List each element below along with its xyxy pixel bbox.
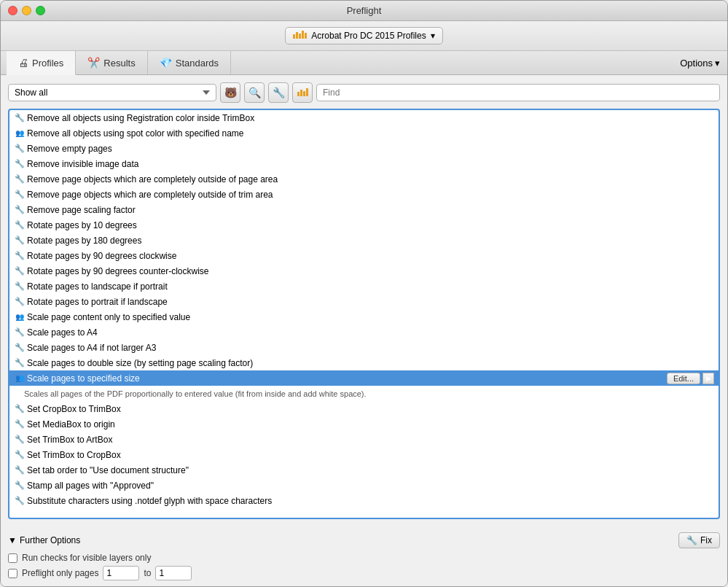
wrench-item-icon: 🔧 xyxy=(14,434,26,446)
list-item-text: Remove all objects using Registration co… xyxy=(27,113,254,123)
fix-button[interactable]: 🔧 Fix xyxy=(678,532,720,548)
bear-icon-button[interactable]: 🐻 xyxy=(220,82,240,103)
list-item-text: Rotate pages by 10 degrees xyxy=(27,220,137,230)
options-arrow-icon: ▾ xyxy=(715,58,720,69)
visible-layers-row: Run checks for visible layers only xyxy=(8,553,720,563)
list-item[interactable]: 🔧Remove page scaling factor xyxy=(9,202,719,217)
list-item[interactable]: 🔧Scale pages to A4 if not larger A3 xyxy=(9,340,719,355)
list-item-text: Scale page content only to specified val… xyxy=(27,312,190,322)
list-item[interactable]: 🔧Rotate pages by 10 degrees xyxy=(9,217,719,233)
results-tab-label: Results xyxy=(103,58,135,69)
list-item[interactable]: 🔧Rotate pages by 180 degrees xyxy=(9,233,719,248)
wrench-item-icon: 🔧 xyxy=(14,265,26,277)
description-text: Scales all pages of the PDF proportional… xyxy=(24,389,367,398)
close-button[interactable] xyxy=(8,6,17,15)
people-item-icon: 👥 xyxy=(14,311,26,323)
list-item-description: Scales all pages of the PDF proportional… xyxy=(9,386,719,401)
profile-toolbar: Acrobat Pro DC 2015 Profiles ▾ xyxy=(1,21,727,51)
window-controls xyxy=(8,6,45,15)
list-item[interactable]: 🔧Rotate pages to portrait if landscape xyxy=(9,294,719,309)
collapse-arrow-icon: ▼ xyxy=(8,535,17,545)
list-item[interactable]: 👥Scale page content only to specified va… xyxy=(9,309,719,324)
profiles-tab-icon: 🖨 xyxy=(18,57,28,69)
list-item-text: Scale pages to A4 if not larger A3 xyxy=(27,343,156,353)
list-item-text: Rotate pages to portrait if landscape xyxy=(27,297,168,307)
list-item[interactable]: 🔧Rotate pages by 90 degrees clockwise xyxy=(9,248,719,263)
wrench-item-icon: 🔧 xyxy=(14,480,26,491)
list-item[interactable]: 🔧Remove invisible image data xyxy=(9,156,719,171)
list-item-text: Scale pages to specified size xyxy=(27,373,140,384)
list-item-text: Rotate pages by 180 degrees xyxy=(27,236,141,246)
further-options-toggle[interactable]: ▼ Further Options xyxy=(8,535,80,545)
list-item[interactable]: 🔧Scale pages to A4 xyxy=(9,324,719,340)
list-item[interactable]: 🔧Stamp all pages with "Approved" xyxy=(9,478,719,493)
list-item[interactable]: 🔧Remove empty pages xyxy=(9,141,719,156)
search-icon: 🔍 xyxy=(248,87,261,98)
profile-dropdown[interactable]: Acrobat Pro DC 2015 Profiles ▾ xyxy=(285,27,442,44)
list-item[interactable]: 🔧Rotate pages to landscape if portrait xyxy=(9,279,719,294)
list-item[interactable]: 🔧Remove page objects which are completel… xyxy=(9,171,719,187)
list-item-text: Remove invisible image data xyxy=(27,159,138,169)
list-item[interactable]: 🔧Substitute characters using .notdef gly… xyxy=(9,493,719,508)
list-item[interactable]: 🔧Set TrimBox to CropBox xyxy=(9,447,719,462)
barchart-icon xyxy=(293,31,307,41)
list-item-text: Set tab order to "Use document structure… xyxy=(27,465,189,475)
preflight-pages-checkbox[interactable] xyxy=(8,569,17,578)
find-input[interactable] xyxy=(316,84,720,101)
list-item-text: Remove page scaling factor xyxy=(27,205,136,215)
tab-profiles[interactable]: 🖨 Profiles xyxy=(7,51,76,75)
window-title: Preflight xyxy=(347,5,382,16)
list-item[interactable]: 🔧Rotate pages by 90 degrees counter-cloc… xyxy=(9,263,719,279)
expand-arrow-button[interactable]: ▶ xyxy=(702,373,714,384)
list-item-text: Scale pages to A4 xyxy=(27,327,98,338)
list-item[interactable]: 🔧Remove page objects which are completel… xyxy=(9,187,719,202)
barchart-button[interactable] xyxy=(292,82,313,103)
items-list[interactable]: 🔧Remove all objects using Registration c… xyxy=(8,109,720,519)
list-item-text: Set TrimBox to CropBox xyxy=(27,450,121,460)
people-item-icon: 👥 xyxy=(14,373,26,384)
wrench-item-icon: 🔧 xyxy=(14,112,26,124)
visible-layers-checkbox[interactable] xyxy=(8,553,17,563)
profile-dropdown-label: Acrobat Pro DC 2015 Profiles xyxy=(311,31,426,41)
filter-bar: Show all 🐻 🔍 🔧 xyxy=(8,82,720,103)
search-button[interactable]: 🔍 xyxy=(244,82,265,103)
list-item[interactable]: 🔧Set tab order to "Use document structur… xyxy=(9,462,719,478)
list-item[interactable]: 🔧Set MediaBox to origin xyxy=(9,416,719,432)
pages-to-input[interactable] xyxy=(155,566,192,580)
wrench-button[interactable]: 🔧 xyxy=(268,82,289,103)
list-item-text: Rotate pages to landscape if portrait xyxy=(27,281,168,292)
further-options-label: Further Options xyxy=(20,535,80,545)
list-item[interactable]: 👥Scale pages to specified sizeEdit...▶ xyxy=(9,370,719,386)
list-item-text: Substitute characters using .notdef glyp… xyxy=(27,496,272,506)
tab-results[interactable]: ✂️ Results xyxy=(76,51,147,74)
list-item[interactable]: 🔧Scale pages to double size (by setting … xyxy=(9,355,719,370)
list-item[interactable]: 🔧Remove all objects using Registration c… xyxy=(9,110,719,125)
list-item[interactable]: 🔧Set TrimBox to ArtBox xyxy=(9,432,719,447)
fix-label: Fix xyxy=(700,535,712,545)
standards-tab-label: Standards xyxy=(176,58,219,69)
wrench-item-icon: 🔧 xyxy=(14,174,26,185)
maximize-button[interactable] xyxy=(36,6,45,15)
profiles-tab-label: Profiles xyxy=(32,58,63,69)
list-item-text: Rotate pages by 90 degrees clockwise xyxy=(27,251,176,261)
wrench-item-icon: 🔧 xyxy=(14,357,26,369)
tabs-bar: 🖨 Profiles ✂️ Results 💎 Standards Option… xyxy=(1,51,727,75)
wrench-item-icon: 🔧 xyxy=(14,250,26,262)
pages-from-input[interactable] xyxy=(103,566,139,580)
tab-standards[interactable]: 💎 Standards xyxy=(148,51,231,74)
wrench-item-icon: 🔧 xyxy=(14,158,26,170)
list-item-text: Rotate pages by 90 degrees counter-clock… xyxy=(27,266,208,276)
wrench-item-icon: 🔧 xyxy=(14,204,26,216)
list-item-text: Remove empty pages xyxy=(27,144,112,154)
filter-dropdown[interactable]: Show all xyxy=(8,84,216,101)
minimize-button[interactable] xyxy=(22,6,31,15)
wrench-item-icon: 🔧 xyxy=(14,189,26,201)
wrench-item-icon: 🔧 xyxy=(14,495,26,507)
options-button[interactable]: Options ▾ xyxy=(680,58,720,69)
list-item[interactable]: 👥Remove all objects using spot color wit… xyxy=(9,125,719,141)
edit-button[interactable]: Edit... xyxy=(667,373,700,384)
wrench-item-icon: 🔧 xyxy=(14,449,26,461)
options-label: Options xyxy=(680,58,713,69)
list-item-text: Set TrimBox to ArtBox xyxy=(27,435,112,445)
list-item[interactable]: 🔧Set CropBox to TrimBox xyxy=(9,401,719,416)
